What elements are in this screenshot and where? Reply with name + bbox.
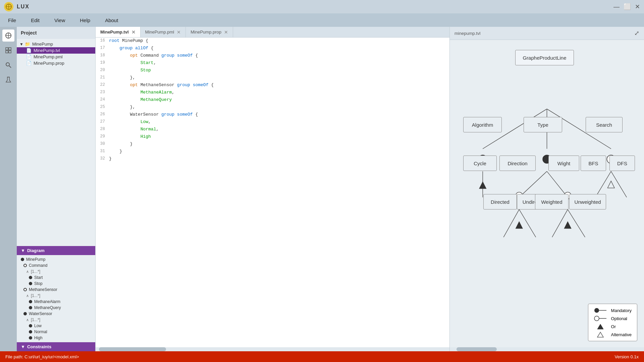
editor-scrollbar-thumb[interactable] (99, 347, 166, 351)
line-content: root MinePump { (109, 38, 449, 44)
tab-prop[interactable]: MinePump.prop ✕ (186, 27, 233, 37)
tree-root-folder[interactable]: ▼ 📁 MinePump (17, 41, 95, 47)
code-editor[interactable]: 16root MinePump {17 group allOf {18 opt … (96, 38, 449, 347)
diagram-panel: minepump.tvl ⤢ (449, 27, 644, 351)
node-dot-methanequery (29, 306, 32, 309)
bracket-label-command: [1...*] (31, 269, 40, 274)
menu-edit[interactable]: Edit (28, 16, 42, 24)
tree-file-prop[interactable]: 📄 MinePump.prop (17, 60, 95, 66)
code-line: 23 MethaneAlarm, (96, 89, 449, 97)
legend-mandatory-label: Mandatory (611, 308, 632, 313)
file-icon-tvl: 📄 (26, 48, 32, 53)
node-dot-start (29, 276, 32, 279)
constraints-section-header[interactable]: ▼ Constraints (17, 342, 95, 351)
diagram-node-high[interactable]: High (17, 335, 95, 341)
tab-tvl[interactable]: MinePump.tvl ✕ (96, 27, 141, 37)
diagram-expand-button[interactable]: ⤢ (634, 29, 639, 37)
line-content: }, (109, 104, 449, 110)
diagram-canvas: GrapheProductLine Algorithm Type Search … (450, 40, 644, 351)
code-line: 29 High (96, 133, 449, 141)
node-dot-command (23, 264, 27, 267)
node-dot-methanesensor (23, 288, 27, 291)
file-label-prop: MinePump.prop (34, 61, 64, 66)
node-label-normal: Normal (34, 329, 47, 334)
diagram-node-normal[interactable]: Normal (17, 329, 95, 335)
close-button[interactable]: ✕ (635, 3, 640, 10)
code-line: 28 Normal, (96, 126, 449, 133)
tab-pml-close[interactable]: ✕ (177, 30, 181, 35)
node-label-command: Command (29, 263, 47, 268)
svg-line-22 (547, 171, 568, 197)
node-dot-high (29, 336, 32, 340)
line-number: 32 (96, 156, 109, 161)
maximize-button[interactable]: ⬜ (624, 3, 631, 10)
line-content: Stop (109, 67, 449, 73)
diagram-scrollbar[interactable] (450, 347, 644, 351)
fd-node-search: Search (586, 117, 623, 132)
line-content: Low, (109, 119, 449, 125)
menu-help[interactable]: Help (77, 16, 93, 24)
line-number: 25 (96, 104, 109, 109)
fd-node-unweighted: Unweighted (569, 194, 606, 209)
diagram-node-start[interactable]: Start (17, 275, 95, 281)
fd-node-type: Type (524, 117, 562, 132)
tree-file-pml[interactable]: 📄 MinePump.pml (17, 54, 95, 60)
bracket-label-watersensor: [1...*] (31, 317, 40, 322)
fd-node-cycle: Cycle (463, 156, 497, 171)
code-line: 25 }, (96, 104, 449, 111)
fd-node-weighted: Weighted (535, 194, 569, 209)
folder-label: MinePump (32, 42, 53, 47)
project-header: Project (17, 27, 95, 39)
sidebar-search-icon[interactable] (2, 59, 14, 71)
project-tree: ▼ 📁 MinePump 📄 MinePump.tvl 📄 MinePump.p… (17, 39, 95, 246)
menu-view[interactable]: View (52, 16, 68, 24)
sidebar-flask-icon[interactable] (2, 74, 14, 86)
node-dot-methanealarm (29, 300, 32, 303)
line-number: 17 (96, 45, 109, 50)
menu-bar: File Edit View Help About (0, 13, 644, 27)
tab-prop-close[interactable]: ✕ (224, 30, 228, 35)
svg-line-32 (568, 209, 585, 237)
line-number: 29 (96, 133, 109, 139)
status-bar: File path: C:url/url_iuy/ur/<model.xml> … (0, 351, 644, 362)
diagram-node-methanequery[interactable]: MethaneQuery (17, 305, 95, 311)
tab-tvl-close[interactable]: ✕ (131, 30, 136, 35)
diagram-node-minepump[interactable]: MinePump (17, 256, 95, 262)
diagram-bracket-command: ∧ [1...*] (17, 268, 95, 275)
code-line: 19 Start, (96, 60, 449, 67)
tab-pml[interactable]: MinePump.pml ✕ (141, 27, 186, 37)
node-label-methanequery: MethaneQuery (34, 305, 61, 310)
menu-about[interactable]: About (102, 16, 121, 24)
fd-node-dfs: DFS (609, 156, 635, 171)
sidebar-grid-icon[interactable] (2, 44, 14, 56)
diagram-node-stop[interactable]: Stop (17, 281, 95, 287)
diagram-node-methanesensor[interactable]: MethaneSensor (17, 287, 95, 293)
tree-file-tvl[interactable]: 📄 MinePump.tvl (17, 47, 95, 54)
svg-rect-6 (6, 48, 8, 50)
code-line: 24 MethaneQuery (96, 97, 449, 104)
line-content: WaterSensor group someOf { (109, 111, 449, 118)
code-line: 22 opt MethaneSensor group someOf { (96, 82, 449, 89)
diagram-node-command[interactable]: Command (17, 262, 95, 268)
line-content: Start, (109, 60, 449, 66)
diagram-section-header[interactable]: ▼ Diagram (17, 246, 95, 255)
fd-node-directed: Directed (483, 194, 517, 209)
diagram-panel-title: minepump.tvl (454, 31, 480, 36)
tab-tvl-label: MinePump.tvl (100, 29, 129, 35)
line-number: 16 (96, 38, 109, 43)
svg-marker-30 (516, 222, 523, 229)
line-content: Normal, (109, 126, 449, 132)
editor-scrollbar[interactable] (96, 347, 449, 351)
line-number: 24 (96, 97, 109, 102)
diagram-node-methanealarm[interactable]: MethaneAlarm (17, 299, 95, 305)
diagram-node-low[interactable]: Low (17, 323, 95, 329)
code-line: 27 Low, (96, 119, 449, 126)
minimize-button[interactable]: — (613, 3, 620, 10)
diagram-scrollbar-thumb[interactable] (457, 347, 497, 351)
constraints-section-label: Constraints (27, 344, 51, 349)
diagram-panel-header: minepump.tvl ⤢ (450, 27, 644, 40)
menu-file[interactable]: File (5, 16, 19, 24)
sidebar-nav-icon[interactable] (2, 29, 14, 42)
diagram-node-watersensor[interactable]: WaterSensor (17, 311, 95, 317)
line-content: opt MethaneSensor group someOf { (109, 82, 449, 88)
